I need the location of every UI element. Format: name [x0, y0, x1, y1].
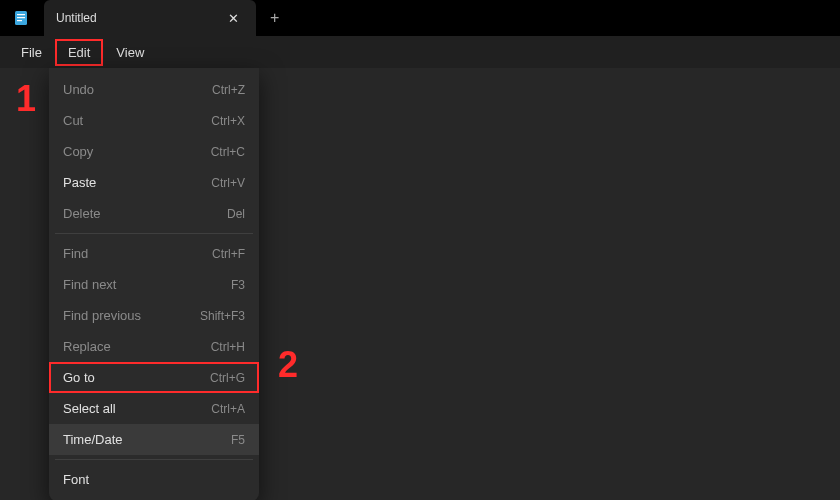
menu-label: Delete	[63, 206, 101, 221]
menu-find-next[interactable]: Find next F3	[49, 269, 259, 300]
menu-go-to[interactable]: Go to Ctrl+G	[49, 362, 259, 393]
menu-shortcut: Ctrl+A	[211, 402, 245, 416]
menu-time-date[interactable]: Time/Date F5	[49, 424, 259, 455]
menu-shortcut: Shift+F3	[200, 309, 245, 323]
menu-copy[interactable]: Copy Ctrl+C	[49, 136, 259, 167]
menu-shortcut: Ctrl+C	[211, 145, 245, 159]
menu-undo[interactable]: Undo Ctrl+Z	[49, 74, 259, 105]
menu-label: Copy	[63, 144, 93, 159]
menu-label: Select all	[63, 401, 116, 416]
menu-shortcut: Ctrl+X	[211, 114, 245, 128]
title-bar: Untitled ✕ +	[0, 0, 840, 36]
app-icon	[12, 9, 30, 27]
menu-separator	[55, 233, 253, 234]
menu-bar: File Edit View	[0, 36, 840, 68]
menu-edit[interactable]: Edit	[55, 39, 103, 66]
menu-shortcut: F5	[231, 433, 245, 447]
menu-label: Paste	[63, 175, 96, 190]
menu-label: Go to	[63, 370, 95, 385]
menu-replace[interactable]: Replace Ctrl+H	[49, 331, 259, 362]
menu-shortcut: Del	[227, 207, 245, 221]
menu-shortcut: Ctrl+G	[210, 371, 245, 385]
menu-label: Time/Date	[63, 432, 122, 447]
menu-separator	[55, 459, 253, 460]
menu-shortcut: Ctrl+Z	[212, 83, 245, 97]
close-icon[interactable]: ✕	[223, 9, 244, 28]
svg-rect-1	[17, 14, 25, 15]
menu-select-all[interactable]: Select all Ctrl+A	[49, 393, 259, 424]
menu-font[interactable]: Font	[49, 464, 259, 495]
menu-find[interactable]: Find Ctrl+F	[49, 238, 259, 269]
menu-shortcut: Ctrl+V	[211, 176, 245, 190]
menu-delete[interactable]: Delete Del	[49, 198, 259, 229]
menu-label: Find	[63, 246, 88, 261]
menu-label: Replace	[63, 339, 111, 354]
menu-cut[interactable]: Cut Ctrl+X	[49, 105, 259, 136]
tab-title: Untitled	[56, 11, 223, 25]
menu-shortcut: Ctrl+H	[211, 340, 245, 354]
menu-label: Cut	[63, 113, 83, 128]
menu-label: Find previous	[63, 308, 141, 323]
menu-paste[interactable]: Paste Ctrl+V	[49, 167, 259, 198]
menu-find-previous[interactable]: Find previous Shift+F3	[49, 300, 259, 331]
edit-dropdown: Undo Ctrl+Z Cut Ctrl+X Copy Ctrl+C Paste…	[49, 68, 259, 500]
document-tab[interactable]: Untitled ✕	[44, 0, 256, 36]
menu-shortcut: Ctrl+F	[212, 247, 245, 261]
menu-label: Find next	[63, 277, 116, 292]
new-tab-button[interactable]: +	[270, 9, 279, 27]
svg-rect-3	[17, 20, 22, 21]
menu-label: Undo	[63, 82, 94, 97]
menu-shortcut: F3	[231, 278, 245, 292]
menu-label: Font	[63, 472, 89, 487]
svg-rect-2	[17, 17, 25, 18]
menu-file[interactable]: File	[8, 39, 55, 66]
menu-view[interactable]: View	[103, 39, 157, 66]
